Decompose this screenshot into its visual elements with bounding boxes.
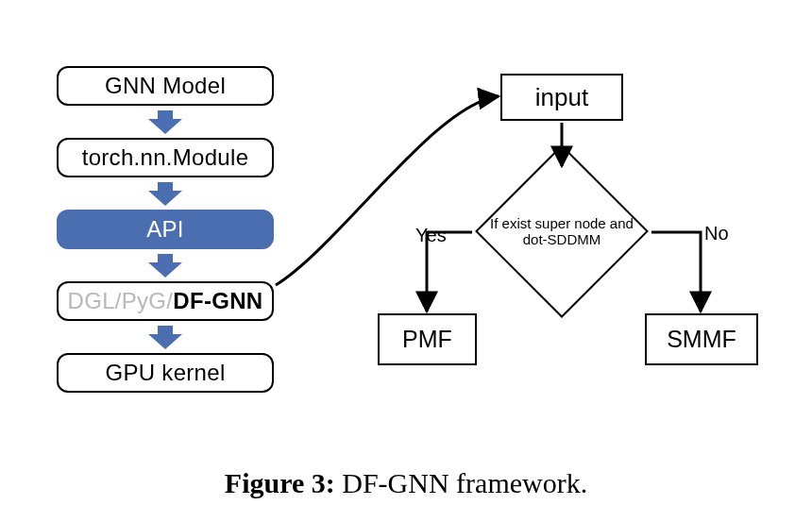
caption-figure-text: DF-GNN framework. [335, 467, 587, 498]
arrow-head [148, 334, 182, 349]
caption-figure-label: Figure 3: [225, 467, 335, 498]
label-smmf: SMMF [667, 326, 736, 353]
box-gnn-model: GNN Model [57, 66, 274, 106]
label-pmf: PMF [402, 326, 452, 353]
label-input: input [535, 83, 588, 112]
label-backends-bold: DF-GNN [173, 288, 262, 314]
label-gpu-kernel: GPU kernel [105, 360, 225, 386]
arrow-head [148, 262, 182, 278]
label-api: API [146, 216, 184, 243]
label-torch-module: torch.nn.Module [82, 144, 249, 171]
connector-backends-to-input [276, 96, 499, 285]
label-no: No [704, 223, 729, 244]
connector-decision-to-smmf [651, 232, 701, 312]
figure-caption: Figure 3: DF-GNN framework. [0, 467, 812, 499]
decision-diamond: If exist super node and dot-SDDMM [500, 170, 623, 293]
label-backends-grey: DGL/PyG/ [68, 288, 174, 314]
label-decision: If exist super node and dot-SDDMM [489, 215, 635, 248]
box-torch-module: torch.nn.Module [57, 138, 274, 177]
box-pmf: PMF [378, 313, 477, 365]
label-yes: Yes [415, 225, 447, 246]
box-api: API [57, 210, 274, 249]
box-smmf: SMMF [645, 313, 758, 365]
box-gpu-kernel: GPU kernel [57, 353, 274, 393]
label-gnn-model: GNN Model [105, 73, 226, 99]
arrow-head [148, 191, 182, 206]
box-input: input [500, 74, 623, 121]
box-backends: DGL/PyG/DF-GNN [57, 281, 274, 321]
arrow-head [148, 119, 182, 134]
